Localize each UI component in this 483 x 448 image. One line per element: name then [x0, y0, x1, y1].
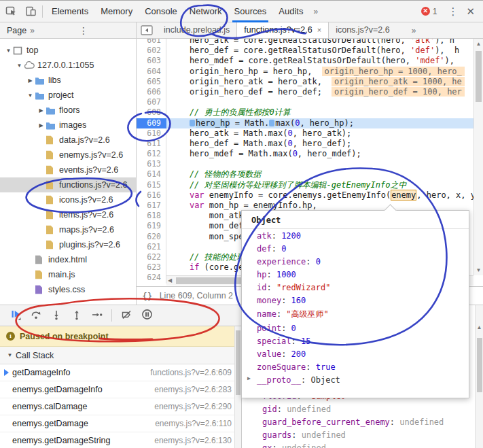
line-number[interactable]: 620	[137, 232, 166, 242]
tree-item-project[interactable]: ▼project	[0, 88, 136, 103]
line-number[interactable]: 605	[137, 77, 166, 87]
tree-item-functions.js-v-2.6[interactable]: functions.js?v=2.6	[0, 177, 136, 192]
scrollbar-thumb[interactable]	[476, 51, 482, 102]
line-number[interactable]: 613	[137, 159, 166, 169]
close-tab-icon[interactable]: ×	[317, 26, 321, 34]
expander-closed-icon[interactable]: ▶	[37, 107, 46, 114]
line-number[interactable]: 611	[137, 139, 166, 149]
scroll-left-icon[interactable]: ◀	[168, 277, 172, 283]
line-number[interactable]: 615	[137, 180, 166, 190]
more-panels-chevron[interactable]: »	[309, 7, 322, 16]
call-stack-frame[interactable]: enemys.getDamageenemys.js?v=2.6:110	[0, 415, 241, 432]
panel-tab-audits[interactable]: Audits	[272, 1, 309, 22]
expander-closed-icon[interactable]: ▶	[26, 77, 35, 84]
navigator-more-chevron[interactable]: »	[26, 26, 38, 35]
panel-tab-elements[interactable]: Elements	[46, 1, 94, 22]
line-number[interactable]: 619	[137, 221, 166, 231]
line-number[interactable]: 623	[137, 262, 166, 273]
sidebar-scrollbar[interactable]	[234, 326, 241, 448]
panel-tab-memory[interactable]: Memory	[94, 1, 139, 22]
continue-to-location-marker[interactable]	[190, 120, 195, 126]
tree-item-index.html[interactable]: index.html	[0, 252, 136, 267]
line-number[interactable]: 609	[137, 118, 166, 128]
line-number[interactable]: 612	[137, 149, 166, 159]
resume-button[interactable]	[5, 307, 26, 324]
tree-item-main.js[interactable]: main.js	[0, 267, 136, 282]
tree-item-events.js-v-2.6[interactable]: events.js?v=2.6	[0, 162, 136, 177]
line-number[interactable]: 616	[137, 190, 166, 201]
editor-tab-functions.js?v=2.6[interactable]: functions.js?v=2.6×	[236, 22, 329, 38]
line-number[interactable]: 618	[137, 211, 166, 221]
scrollbar-thumb[interactable]	[477, 338, 482, 392]
continue-to-location-marker[interactable]	[269, 120, 274, 126]
scroll-up-icon[interactable]: ▲	[476, 324, 483, 330]
line-number[interactable]: 604	[137, 67, 166, 77]
line-number[interactable]: 603	[137, 56, 166, 66]
line-number[interactable]: 624	[137, 273, 166, 283]
line-number[interactable]: 602	[137, 46, 166, 56]
scope-scrollbar[interactable]: ▲	[475, 305, 483, 448]
error-badge[interactable]: ✕ 1	[421, 7, 437, 16]
tree-item-icons.js-v-2.6[interactable]: icons.js?v=2.6	[0, 192, 136, 207]
scroll-up-icon[interactable]: ▲	[474, 41, 483, 47]
pretty-print-button[interactable]: {}	[137, 291, 160, 301]
tree-item-images[interactable]: ▶images	[0, 118, 136, 133]
tree-item-floors[interactable]: ▶floors	[0, 103, 136, 118]
scrollbar-thumb[interactable]	[236, 330, 240, 395]
expander-open-icon[interactable]: ▼	[26, 92, 35, 99]
scope-property[interactable]: gid: undefined	[262, 404, 331, 414]
toggle-navigator-icon[interactable]	[141, 25, 153, 35]
line-number[interactable]: 608	[137, 107, 166, 118]
tree-item-data.js-v-2.6[interactable]: data.js?v=2.6	[0, 133, 136, 148]
step-over-button[interactable]	[26, 307, 46, 324]
line-number[interactable]: 617	[137, 201, 166, 211]
pause-on-exceptions-button[interactable]	[137, 307, 157, 324]
line-number[interactable]: 610	[137, 128, 166, 139]
editor-tab-icons.js?v=2.6[interactable]: icons.js?v=2.6	[329, 22, 397, 38]
expander-open-icon[interactable]: ▼	[15, 63, 24, 69]
deactivate-breakpoints-button[interactable]	[116, 307, 137, 324]
scope-property[interactable]: guards: undefined	[262, 430, 346, 440]
tree-item-libs[interactable]: ▶libs	[0, 73, 136, 88]
navigator-menu-icon[interactable]: ⋮	[73, 25, 94, 36]
expander-open-icon[interactable]: ▼	[4, 48, 13, 54]
call-stack-frame[interactable]: enemys.calDamageenemys.js?v=2.6:290	[0, 398, 241, 415]
tab-page[interactable]: Page	[0, 26, 26, 35]
panel-tab-console[interactable]: Console	[139, 1, 183, 22]
call-stack-frame[interactable]: enemys.getDamageInfoenemys.js?v=2.6:283	[0, 381, 241, 398]
popup-property[interactable]: ▶__proto__: Object	[242, 373, 469, 386]
more-editor-tabs-chevron[interactable]: »	[408, 26, 421, 35]
editor-tab-include.preload.js[interactable]: include.preload.js	[157, 22, 236, 38]
line-number[interactable]: 606	[137, 87, 166, 97]
expander-closed-icon[interactable]: ▶	[37, 122, 46, 128]
scroll-down-icon[interactable]: ▼	[474, 267, 483, 273]
tree-item-enemys.js-v-2.6[interactable]: enemys.js?v=2.6	[0, 148, 136, 162]
device-toolbar-icon[interactable]	[22, 3, 39, 20]
line-number[interactable]: 601	[137, 39, 166, 46]
line-number[interactable]: 607	[137, 97, 166, 107]
hovered-variable[interactable]: enemy	[391, 190, 416, 201]
call-stack-frame[interactable]: enemys.getDamageStringenemys.js?v=2.6:13…	[0, 432, 241, 448]
panel-tab-network[interactable]: Network	[183, 1, 228, 22]
tree-item-maps.js-v-2.6[interactable]: maps.js?v=2.6	[0, 222, 136, 237]
tree-item-top[interactable]: ▼top	[0, 43, 136, 58]
tree-item-styles.css[interactable]: styles.css	[0, 282, 136, 297]
call-stack-frame[interactable]: getDamageInfofunctions.js?v=2.6:609	[0, 364, 241, 381]
inspect-icon[interactable]	[2, 3, 20, 20]
tree-item-plugins.js-v-2.6[interactable]: plugins.js?v=2.6	[0, 237, 136, 252]
line-number[interactable]: 622	[137, 252, 166, 262]
panel-tab-sources[interactable]: Sources	[228, 1, 273, 22]
step-out-button[interactable]	[67, 307, 87, 324]
line-number[interactable]: 614	[137, 169, 166, 179]
tree-item-127.0.0.1-1055[interactable]: ▼127.0.0.1:1055	[0, 58, 136, 73]
call-stack-header[interactable]: ▼ Call Stack	[0, 347, 241, 364]
line-number[interactable]: 621	[137, 242, 166, 252]
editor-vertical-scrollbar[interactable]: ▲ ▼	[473, 39, 483, 275]
close-devtools-icon[interactable]: ✕	[463, 5, 479, 18]
devtools-menu-icon[interactable]: ⋮	[442, 5, 463, 18]
scope-property[interactable]: gx: undefined	[262, 443, 326, 448]
scope-property[interactable]: guard_before_current_enemy: undefined	[262, 417, 444, 427]
tree-item-items.js-v-2.6[interactable]: items.js?v=2.6	[0, 207, 136, 222]
step-into-button[interactable]	[46, 307, 67, 324]
expander-closed-icon[interactable]: ▶	[247, 375, 251, 381]
